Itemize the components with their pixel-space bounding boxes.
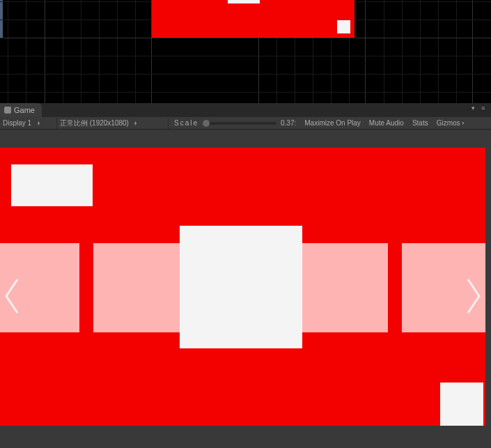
ui-panel-topleft[interactable] — [11, 164, 93, 206]
chevron-down-icon: ▾ — [462, 121, 465, 126]
maximize-on-play-toggle[interactable]: Maximize On Play — [300, 117, 365, 130]
game-view — [0, 130, 491, 448]
carousel-next-button[interactable] — [463, 279, 484, 314]
tab-label: Game — [14, 106, 35, 114]
scale-thumb[interactable] — [203, 120, 210, 127]
chevron-right-icon — [464, 277, 483, 316]
tab-game[interactable]: Game — [0, 103, 42, 117]
updown-icon: ▴▾ — [133, 121, 139, 125]
game-canvas[interactable] — [0, 148, 485, 426]
scale-value: 0.37: — [281, 119, 296, 127]
scale-slider[interactable] — [203, 122, 276, 125]
scene-white-top[interactable] — [228, 0, 260, 3]
menu-icon[interactable]: ≡ — [481, 105, 488, 111]
gizmos-dropdown[interactable]: Gizmos ▾ — [432, 117, 469, 130]
aspect-label: 正常比例 (1920x1080) — [60, 118, 129, 128]
tab-bar: Game — [0, 103, 491, 117]
tab-options: ▾ ≡ — [471, 105, 488, 111]
display-dropdown[interactable]: Display 1 ▴▾ — [0, 118, 57, 129]
stats-toggle[interactable]: Stats — [408, 117, 432, 130]
carousel-item-center[interactable] — [180, 226, 302, 348]
scene-view[interactable] — [0, 0, 491, 103]
mute-audio-toggle[interactable]: Mute Audio — [365, 117, 408, 130]
carousel-prev-button[interactable] — [1, 279, 22, 314]
display-label: Display 1 — [3, 119, 31, 127]
scene-canvas-rect[interactable] — [152, 0, 354, 38]
ui-panel-bottomright[interactable] — [440, 383, 483, 426]
dropdown-icon[interactable]: ▾ — [471, 105, 478, 111]
scale-label: Scale — [174, 119, 198, 127]
scene-white-corner[interactable] — [337, 20, 350, 33]
chevron-left-icon — [2, 277, 22, 316]
aspect-dropdown[interactable]: 正常比例 (1920x1080) ▴▾ — [57, 118, 169, 129]
game-icon — [4, 107, 11, 114]
selection-edge — [0, 0, 3, 38]
updown-icon: ▴▾ — [36, 121, 41, 125]
game-toolbar: Display 1 ▴▾ 正常比例 (1920x1080) ▴▾ Scale 0… — [0, 117, 491, 130]
